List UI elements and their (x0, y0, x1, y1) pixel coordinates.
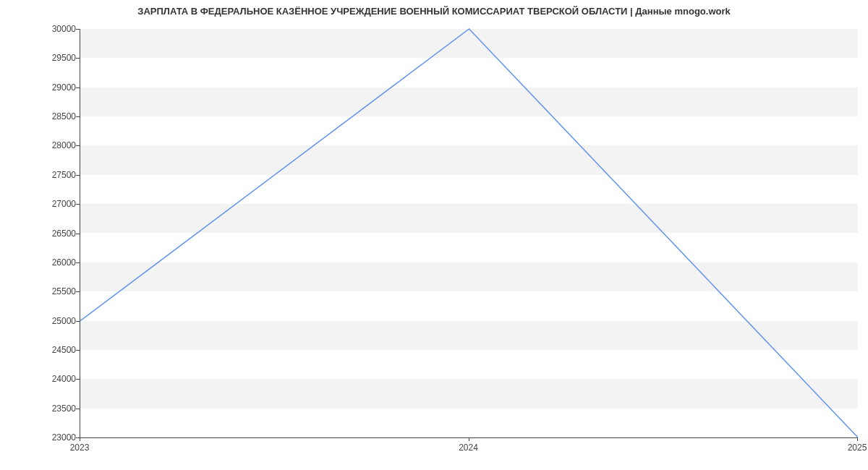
chart-title: ЗАРПЛАТА В ФЕДЕРАЛЬНОЕ КАЗЁННОЕ УЧРЕЖДЕН… (0, 6, 868, 17)
line-series (80, 29, 858, 437)
y-tick-label: 29500 (33, 53, 76, 63)
y-tick-label: 28500 (33, 111, 76, 121)
plot-area (80, 29, 858, 438)
y-tick-label: 26000 (33, 257, 76, 268)
y-tick-label: 27500 (33, 170, 76, 180)
y-tick-label: 23000 (33, 432, 76, 443)
y-tick-label: 28000 (33, 140, 76, 150)
x-tick-label: 2025 (848, 443, 867, 453)
chart-container: ЗАРПЛАТА В ФЕДЕРАЛЬНОЕ КАЗЁННОЕ УЧРЕЖДЕН… (0, 0, 868, 470)
y-tick-label: 30000 (33, 24, 76, 34)
x-tick-label: 2023 (70, 443, 90, 453)
y-tick-label: 27000 (33, 199, 76, 209)
y-tick-label: 24000 (33, 374, 76, 384)
y-tick-label: 24500 (33, 345, 76, 355)
y-tick-label: 25500 (33, 286, 76, 296)
y-tick-label: 29000 (33, 82, 76, 93)
y-tick-label: 26500 (33, 228, 76, 239)
y-tick-label: 25000 (33, 316, 76, 326)
y-tick-label: 23500 (33, 403, 76, 414)
x-tick-label: 2024 (459, 443, 478, 453)
